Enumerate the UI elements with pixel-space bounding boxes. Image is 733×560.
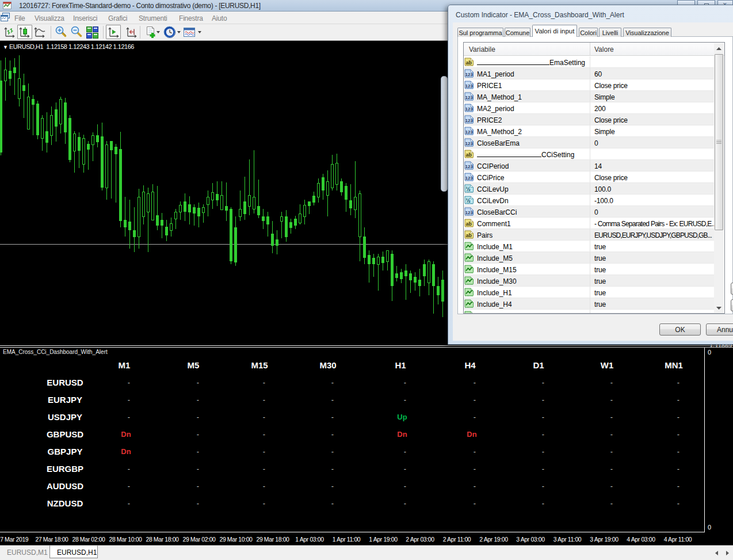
svg-text:123: 123 bbox=[465, 210, 474, 215]
svg-text:ab: ab bbox=[466, 152, 472, 158]
svg-text:123: 123 bbox=[465, 118, 474, 123]
svg-text:½: ½ bbox=[466, 197, 471, 204]
svg-text:123: 123 bbox=[465, 164, 474, 169]
svg-text:123: 123 bbox=[465, 72, 474, 77]
svg-text:½: ½ bbox=[466, 186, 471, 192]
svg-text:123: 123 bbox=[465, 95, 474, 100]
svg-text:123: 123 bbox=[465, 141, 474, 146]
svg-text:123: 123 bbox=[465, 106, 474, 112]
svg-text:123: 123 bbox=[465, 83, 474, 89]
svg-text:ab: ab bbox=[466, 221, 472, 227]
svg-text:123: 123 bbox=[465, 129, 474, 135]
svg-text:ab: ab bbox=[466, 233, 472, 238]
svg-text:ab: ab bbox=[466, 60, 472, 66]
svg-text:123: 123 bbox=[465, 176, 474, 181]
